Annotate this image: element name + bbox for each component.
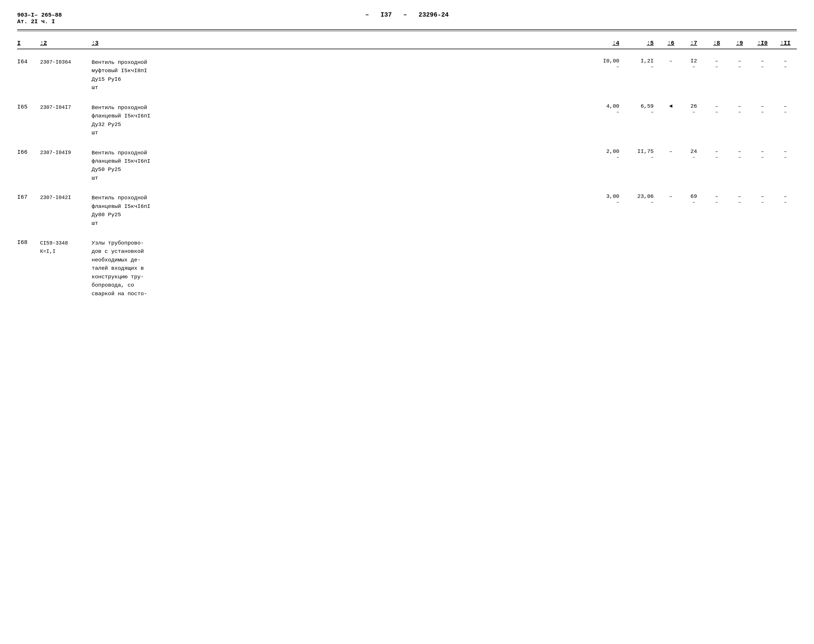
table-body: I64 2307-I0364 Вентиль проходной муфтовы…	[17, 55, 797, 301]
col-header-6: :6	[659, 40, 682, 46]
row-c10-165: – –	[751, 103, 774, 115]
col-header-5: :5	[625, 40, 659, 46]
row-c10-166: – –	[751, 148, 774, 160]
row-num-164: I64	[17, 58, 40, 65]
row-price-164: I,2I –	[625, 58, 659, 70]
row-num-168: I68	[17, 239, 40, 246]
row-num-166: I66	[17, 148, 40, 155]
row-code-167: 2307-I042I	[40, 193, 92, 202]
col-header-4: :4	[593, 40, 625, 46]
col-header-9: :9	[728, 40, 751, 46]
row-price-165: 6,59 –	[625, 103, 659, 115]
row-c8-164: – –	[705, 58, 728, 70]
row-code-165: 2307-I04I7	[40, 103, 92, 111]
row-c8-167: – –	[705, 193, 728, 205]
row-c11-164: – –	[774, 58, 797, 70]
ref-line1: 903–I– 265–88	[17, 12, 103, 18]
col-header-10: :I0	[751, 40, 774, 46]
page-number: I37	[380, 11, 392, 18]
row-qty-167: 3,00 –	[593, 193, 625, 205]
col-header-1: I	[17, 40, 40, 46]
col-header-11: :II	[774, 40, 797, 46]
row-c7-164: I2 –	[682, 58, 705, 70]
doc-number: 23296-24	[418, 11, 449, 18]
row-c7-167: 69 –	[682, 193, 705, 205]
table-row: I65 2307-I04I7 Вентиль проходной фланцев…	[17, 100, 797, 140]
row-c6-167: –	[659, 193, 682, 199]
row-code-166: 2307-I04I9	[40, 148, 92, 156]
table-row: I64 2307-I0364 Вентиль проходной муфтовы…	[17, 55, 797, 95]
row-c6-164: –	[659, 58, 682, 64]
row-c11-166: – –	[774, 148, 797, 160]
row-desc-165: Вентиль проходной фланцевый I5кчI6пI Ду3…	[92, 103, 593, 138]
row-num-167: I67	[17, 193, 40, 201]
table-row: I66 2307-I04I9 Вентиль проходной фланцев…	[17, 146, 797, 186]
table-row: I68 CI59-3348 К=I,I Узлы трубопрово- дов…	[17, 236, 797, 301]
document-header: 903–I– 265–88 Ат. 2I ч. I – I37 – 23296-…	[17, 11, 797, 31]
col-header-2: :2	[40, 40, 92, 46]
row-qty-164: I0,00 –	[593, 58, 625, 70]
row-c11-165: – –	[774, 103, 797, 115]
table-header: I :2 :3 :4 :5 :6 :7 :8 :9 :I0 :II	[17, 37, 797, 49]
row-c9-166: – –	[728, 148, 751, 160]
row-c8-165: – –	[705, 103, 728, 115]
col-header-7: :7	[682, 40, 705, 46]
row-c8-166: – –	[705, 148, 728, 160]
row-c7-166: 24 –	[682, 148, 705, 160]
row-c9-164: – –	[728, 58, 751, 70]
row-c9-165: – –	[728, 103, 751, 115]
row-c6-165: ◄	[659, 103, 682, 109]
row-desc-167: Вентиль проходной фланцевый I5кчI6пI Ду8…	[92, 193, 593, 228]
header-divider-top	[17, 29, 797, 30]
row-desc-168: Узлы трубопрово- дов с установкой необхо…	[92, 239, 593, 298]
row-price-166: II,75 –	[625, 148, 659, 160]
row-code-164: 2307-I0364	[40, 58, 92, 66]
header-divider-bottom	[17, 31, 797, 31]
col-header-8: :8	[705, 40, 728, 46]
row-c10-167: – –	[751, 193, 774, 205]
row-c11-167: – –	[774, 193, 797, 205]
page-dash2: –	[403, 11, 407, 18]
row-code-168: CI59-3348 К=I,I	[40, 239, 92, 256]
page-dash1: –	[365, 11, 369, 18]
table-row: I67 2307-I042I Вентиль проходной фланцев…	[17, 190, 797, 230]
ref-block: 903–I– 265–88 Ат. 2I ч. I	[17, 12, 103, 25]
row-qty-166: 2,00 –	[593, 148, 625, 160]
row-desc-166: Вентиль проходной фланцевый I5кчI6пI Ду5…	[92, 148, 593, 183]
row-c10-164: – –	[751, 58, 774, 70]
row-c6-166: –	[659, 148, 682, 155]
row-price-167: 23,06 –	[625, 193, 659, 205]
col-header-3: :3	[92, 40, 593, 46]
row-num-165: I65	[17, 103, 40, 110]
ref-line2: Ат. 2I ч. I	[17, 18, 103, 25]
row-c7-165: 26 –	[682, 103, 705, 115]
row-c9-167: – –	[728, 193, 751, 205]
row-qty-165: 4,00 –	[593, 103, 625, 115]
row-desc-164: Вентиль проходной муфтовый I5кчI8пI Ду15…	[92, 58, 593, 92]
